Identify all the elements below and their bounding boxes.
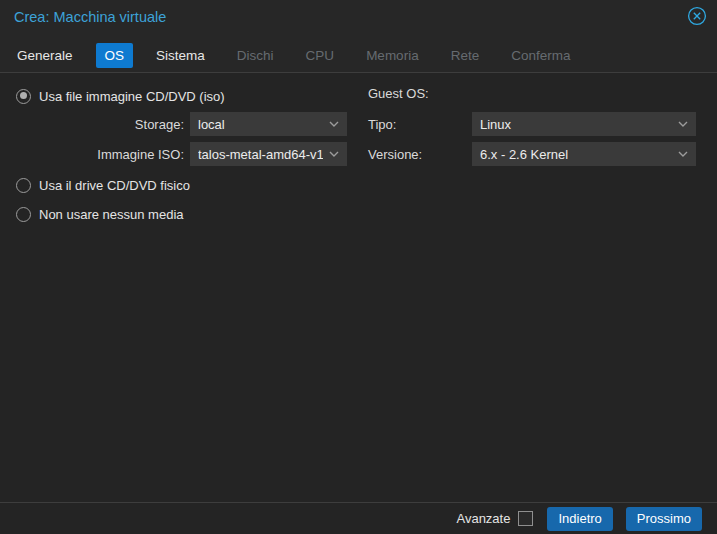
close-button[interactable] — [686, 7, 708, 29]
os-tab-panel: Usa file immagine CD/DVD (iso) Storage: … — [0, 73, 717, 502]
back-button[interactable]: Indietro — [547, 507, 612, 531]
os-type-row: Tipo: Linux — [368, 112, 696, 136]
storage-value: local — [198, 117, 323, 132]
os-type-value: Linux — [480, 117, 672, 132]
chevron-down-icon — [329, 151, 339, 157]
dialog-title: Crea: Macchina virtuale — [14, 9, 166, 25]
storage-select[interactable]: local — [190, 112, 347, 136]
os-type-label: Tipo: — [368, 117, 464, 132]
tab-dischi: Dischi — [228, 43, 283, 68]
dialog-titlebar: Crea: Macchina virtuale — [0, 0, 717, 38]
chevron-down-icon — [329, 121, 339, 127]
tab-rete: Rete — [442, 43, 489, 68]
radio-no-media-label: Non usare nessun media — [39, 207, 184, 222]
next-button[interactable]: Prossimo — [626, 507, 702, 531]
os-version-value: 6.x - 2.6 Kernel — [480, 147, 672, 162]
guest-os-heading: Guest OS: — [368, 86, 429, 101]
tab-os[interactable]: OS — [96, 43, 134, 68]
radio-use-iso-label: Usa file immagine CD/DVD (iso) — [39, 89, 225, 104]
create-vm-dialog: Crea: Macchina virtuale Generale OS Sist… — [0, 0, 717, 534]
radio-physical-drive-label: Usa il drive CD/DVD fisico — [39, 178, 190, 193]
advanced-checkbox[interactable] — [518, 511, 533, 526]
tab-sistema[interactable]: Sistema — [147, 43, 214, 68]
iso-value: talos-metal-amd64-v1. — [198, 147, 323, 162]
chevron-down-icon — [678, 121, 688, 127]
radio-no-media[interactable]: Non usare nessun media — [16, 204, 184, 224]
tab-cpu: CPU — [297, 43, 344, 68]
radio-use-iso[interactable]: Usa file immagine CD/DVD (iso) — [16, 86, 225, 106]
chevron-down-icon — [678, 151, 688, 157]
iso-select[interactable]: talos-metal-amd64-v1. — [190, 142, 347, 166]
iso-label: Immagine ISO: — [16, 147, 184, 162]
wizard-tabbar: Generale OS Sistema Dischi CPU Memoria R… — [0, 38, 717, 73]
tab-conferma: Conferma — [502, 43, 579, 68]
iso-row: Immagine ISO: talos-metal-amd64-v1. — [16, 142, 347, 166]
dialog-footer: Avanzate Indietro Prossimo — [0, 502, 717, 534]
advanced-label: Avanzate — [456, 511, 510, 526]
radio-icon[interactable] — [16, 89, 31, 104]
storage-label: Storage: — [16, 117, 184, 132]
tab-generale[interactable]: Generale — [8, 43, 82, 68]
radio-physical-drive[interactable]: Usa il drive CD/DVD fisico — [16, 175, 190, 195]
storage-row: Storage: local — [16, 112, 347, 136]
os-version-label: Versione: — [368, 147, 464, 162]
close-icon — [687, 6, 707, 30]
tab-memoria: Memoria — [357, 43, 428, 68]
os-version-row: Versione: 6.x - 2.6 Kernel — [368, 142, 696, 166]
os-version-select[interactable]: 6.x - 2.6 Kernel — [472, 142, 696, 166]
os-type-select[interactable]: Linux — [472, 112, 696, 136]
radio-icon[interactable] — [16, 207, 31, 222]
radio-icon[interactable] — [16, 178, 31, 193]
